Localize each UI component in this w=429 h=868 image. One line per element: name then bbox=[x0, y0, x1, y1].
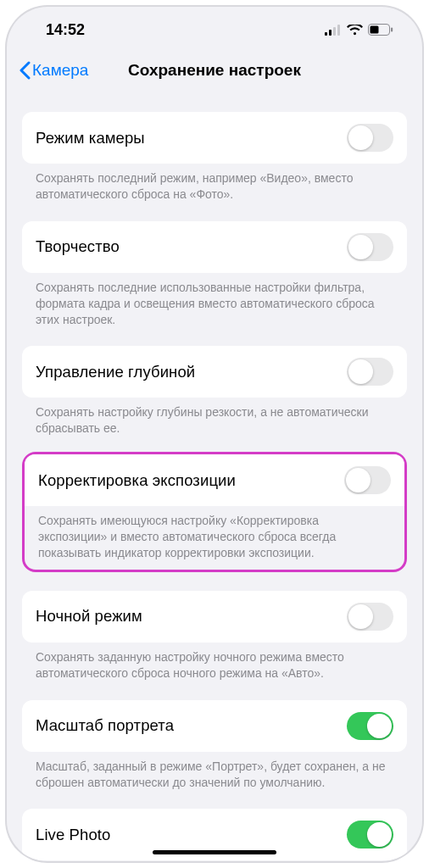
toggle-knob bbox=[348, 604, 373, 629]
svg-rect-0 bbox=[325, 32, 327, 36]
setting-title: Управление глубиной bbox=[36, 363, 195, 381]
setting-group-exposure-adjust: Корректировка экспозицииСохранять имеющу… bbox=[22, 452, 407, 572]
setting-title: Корректировка экспозиции bbox=[38, 471, 236, 490]
setting-footer: Сохранять имеющуюся настройку для Live P… bbox=[22, 860, 407, 861]
svg-rect-1 bbox=[329, 30, 332, 36]
status-icons bbox=[325, 24, 393, 36]
setting-title: Масштаб портрета bbox=[36, 716, 174, 735]
setting-row-exposure-adjust: Корректировка экспозиции bbox=[25, 454, 404, 506]
setting-title: Творчество bbox=[36, 237, 120, 256]
toggle-live-photo[interactable] bbox=[347, 821, 393, 849]
setting-title: Ночной режим bbox=[36, 607, 142, 626]
toggle-portrait-zoom[interactable] bbox=[347, 712, 393, 740]
svg-rect-3 bbox=[337, 25, 340, 36]
home-indicator bbox=[153, 850, 276, 854]
battery-icon bbox=[368, 24, 393, 36]
setting-group-night-mode: Ночной режимСохранять заданную настройку… bbox=[22, 591, 407, 682]
status-time: 14:52 bbox=[46, 21, 85, 39]
setting-footer: Сохранять имеющуюся настройку «Корректир… bbox=[25, 506, 404, 565]
setting-row-creative: Творчество bbox=[22, 221, 407, 273]
nav-header: Камера Сохранение настроек bbox=[7, 53, 422, 93]
wifi-icon bbox=[347, 25, 363, 36]
setting-group-depth-control: Управление глубинойСохранять настройку г… bbox=[22, 346, 407, 437]
cellular-icon bbox=[325, 25, 342, 36]
toggle-knob bbox=[348, 125, 373, 150]
toggle-knob bbox=[348, 359, 373, 384]
status-bar: 14:52 bbox=[7, 7, 422, 53]
toggle-camera-mode[interactable] bbox=[347, 124, 393, 152]
setting-row-depth-control: Управление глубиной bbox=[22, 346, 407, 398]
toggle-night-mode[interactable] bbox=[347, 603, 393, 631]
toggle-knob bbox=[367, 822, 392, 847]
setting-row-night-mode: Ночной режим bbox=[22, 591, 407, 643]
toggle-depth-control[interactable] bbox=[347, 358, 393, 386]
setting-footer: Сохранять последний режим, например «Вид… bbox=[22, 164, 407, 203]
toggle-knob bbox=[346, 468, 370, 492]
settings-list[interactable]: Режим камерыСохранять последний режим, н… bbox=[7, 93, 422, 861]
setting-title: Режим камеры bbox=[36, 129, 145, 147]
toggle-exposure-adjust[interactable] bbox=[344, 466, 391, 494]
toggle-knob bbox=[348, 235, 373, 259]
setting-footer: Сохранять последние использованные настр… bbox=[22, 273, 407, 328]
toggle-knob bbox=[367, 714, 392, 738]
setting-footer: Масштаб, заданный в режиме «Портрет», бу… bbox=[22, 752, 407, 791]
setting-group-camera-mode: Режим камерыСохранять последний режим, н… bbox=[22, 112, 407, 203]
back-label: Камера bbox=[32, 61, 88, 80]
setting-group-creative: ТворчествоСохранять последние использова… bbox=[22, 221, 407, 328]
back-button[interactable]: Камера bbox=[19, 61, 88, 80]
setting-footer: Сохранять заданную настройку ночного реж… bbox=[22, 643, 407, 682]
setting-group-portrait-zoom: Масштаб портретаМасштаб, заданный в режи… bbox=[22, 700, 407, 791]
svg-rect-6 bbox=[391, 28, 393, 32]
device-frame: 14:52 Камера Сохранение настроек Режим к… bbox=[7, 7, 422, 861]
toggle-creative[interactable] bbox=[347, 233, 393, 261]
setting-row-camera-mode: Режим камеры bbox=[22, 112, 407, 164]
setting-row-portrait-zoom: Масштаб портрета bbox=[22, 700, 407, 752]
svg-rect-5 bbox=[370, 26, 379, 34]
svg-rect-2 bbox=[333, 27, 336, 36]
setting-footer: Сохранять настройку глубины резкости, а … bbox=[22, 398, 407, 437]
setting-title: Live Photo bbox=[36, 826, 110, 844]
chevron-left-icon bbox=[19, 61, 31, 80]
